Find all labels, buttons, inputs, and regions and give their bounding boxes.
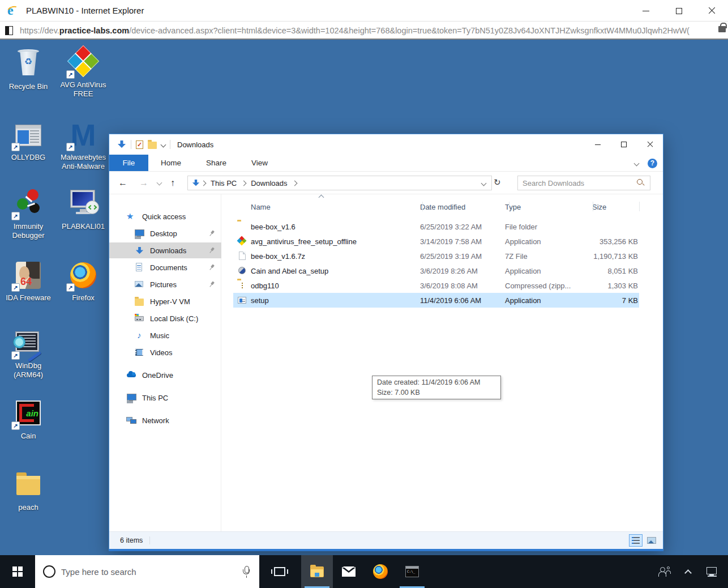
internet-explorer-icon: e — [7, 4, 20, 18]
shortcut-arrow-icon: ↗ — [66, 283, 75, 292]
ie-close-button[interactable] — [695, 0, 728, 22]
file-row-odbg110[interactable]: odbg110 3/6/2019 8:08 AM Compressed (zip… — [233, 278, 639, 293]
desktop-icon-windbg[interactable]: ↗ WinDbg (ARM64) — [5, 327, 52, 380]
taskbar-search-box[interactable] — [35, 555, 259, 588]
tab-home[interactable]: Home — [148, 155, 194, 171]
taskbar-command-prompt[interactable] — [396, 555, 428, 588]
network-icon — [126, 415, 136, 425]
people-icon[interactable] — [658, 566, 671, 577]
avg-application-icon — [237, 236, 247, 246]
close-icon — [646, 141, 653, 147]
properties-icon[interactable] — [136, 140, 143, 149]
windows-logo-icon — [12, 566, 23, 577]
column-header-size[interactable]: Size — [592, 203, 638, 211]
show-hidden-icons-chevron-icon[interactable] — [684, 569, 692, 577]
sidebar-item-documents[interactable]: Documents — [109, 259, 221, 275]
quick-access-toolbar — [117, 140, 170, 149]
downloads-folder-icon — [192, 179, 200, 187]
address-bar[interactable]: This PC Downloads — [187, 176, 492, 190]
taskbar-search-input[interactable] — [61, 567, 242, 577]
ollydbg-icon: ↗ — [12, 119, 44, 151]
sidebar-item-quick-access[interactable]: ★ Quick access — [109, 208, 221, 224]
desktop-icon-malwarebytes[interactable]: M↗ Malwarebytes Anti-Malware — [57, 119, 109, 172]
explorer-titlebar[interactable]: Downloads — [109, 134, 663, 155]
desktop-icon-recycle-bin[interactable]: ♻ Recycle Bin — [5, 48, 52, 91]
sidebar-item-network[interactable]: Network — [109, 412, 221, 428]
explorer-maximize-button[interactable] — [611, 134, 637, 155]
network-tray-icon[interactable] — [705, 566, 718, 577]
file-row-avg-setup[interactable]: avg_antivirus_free_setup_offline 3/14/20… — [233, 234, 639, 249]
sidebar-item-pictures[interactable]: Pictures — [109, 276, 221, 292]
desktop-icon-immunity-debugger[interactable]: ↗ Immunity Debugger — [5, 188, 52, 241]
cortana-icon[interactable] — [43, 565, 55, 578]
desktop-icon-firefox[interactable]: ↗ Firefox — [57, 259, 109, 302]
breadcrumb-chevron-icon[interactable] — [201, 180, 207, 186]
taskbar-mail[interactable] — [333, 555, 365, 588]
column-header-date-modified[interactable]: Date modified — [420, 203, 505, 211]
explorer-search-input[interactable] — [518, 179, 636, 188]
breadcrumb-chevron-icon[interactable] — [292, 180, 297, 186]
file-row-setup-selected[interactable]: setup 11/4/2019 6:06 AM Application 7 KB — [233, 293, 639, 308]
file-row-bee-box-folder[interactable]: bee-box_v1.6 6/25/2019 3:22 AM File fold… — [233, 219, 639, 234]
help-icon[interactable]: ? — [648, 159, 657, 168]
this-pc-monitor-icon — [126, 393, 136, 403]
taskbar-file-explorer[interactable] — [301, 555, 333, 588]
recent-locations-chevron-icon[interactable] — [157, 180, 162, 186]
sidebar-item-onedrive[interactable]: OneDrive — [109, 367, 221, 383]
start-button[interactable] — [0, 555, 35, 588]
details-view-button[interactable] — [629, 534, 643, 547]
tab-share[interactable]: Share — [194, 155, 239, 171]
desktop-icon-ollydbg[interactable]: ↗ OLLYDBG — [5, 119, 52, 162]
explorer-window: Downloads File Home Share View ? ← → ↑ — [109, 134, 663, 551]
sort-ascending-icon[interactable] — [319, 195, 324, 201]
desktop-icon-avg-antivirus[interactable]: ↗ AVG AntiVirus FREE — [57, 46, 109, 99]
back-button[interactable]: ← — [118, 178, 127, 188]
desktop-icon-ida-freeware[interactable]: 64 ↗ IDA Freeware — [5, 259, 52, 302]
forward-button[interactable]: → — [139, 178, 148, 188]
sidebar-item-hyperv-vm[interactable]: Hyper-V VM — [109, 293, 221, 309]
task-view-button[interactable] — [264, 555, 296, 588]
url-text[interactable]: https://dev.practice-labs.com/device-adv… — [20, 26, 690, 35]
new-folder-icon[interactable] — [148, 142, 157, 149]
firefox-icon — [373, 564, 388, 579]
breadcrumb-this-pc[interactable]: This PC — [211, 179, 237, 188]
explorer-close-button[interactable] — [637, 134, 663, 155]
column-header-name[interactable]: Name — [251, 203, 420, 211]
sidebar-item-videos[interactable]: Videos — [109, 344, 221, 360]
desktop-icon-peach[interactable]: peach — [5, 469, 52, 512]
taskbar-firefox[interactable] — [365, 555, 396, 588]
close-icon — [708, 7, 716, 15]
thumbnail-view-icon — [647, 537, 656, 544]
breadcrumb-downloads[interactable]: Downloads — [251, 179, 287, 188]
sidebar-item-downloads[interactable]: Downloads — [109, 242, 221, 258]
sidebar-item-music[interactable]: ♪ Music — [109, 327, 221, 343]
refresh-icon[interactable]: ↻ — [494, 177, 501, 188]
address-dropdown-chevron-icon[interactable] — [481, 180, 487, 186]
ie-maximize-button[interactable] — [662, 0, 695, 22]
file-row-cain-abel-setup[interactable]: Cain and Abel ca_setup 3/6/2019 8:26 AM … — [233, 263, 639, 278]
explorer-search-box[interactable] — [517, 176, 650, 190]
file-row-bee-box-7z[interactable]: bee-box_v1.6.7z 6/25/2019 3:19 AM 7Z Fil… — [233, 249, 639, 263]
tab-view[interactable]: View — [239, 155, 280, 171]
breadcrumb-chevron-icon[interactable] — [241, 180, 247, 186]
desktop-icon-cain[interactable]: ain ↗ Cain — [5, 398, 52, 441]
expand-ribbon-chevron-icon[interactable] — [634, 160, 640, 166]
tab-file[interactable]: File — [109, 155, 148, 171]
up-button[interactable]: ↑ — [170, 178, 175, 188]
sidebar-item-desktop[interactable]: Desktop — [109, 225, 221, 241]
explorer-minimize-button[interactable] — [585, 134, 611, 155]
folder-icon — [237, 221, 247, 232]
ie-minimize-button[interactable] — [629, 0, 662, 22]
large-icons-view-button[interactable] — [645, 534, 658, 547]
sidebar-item-this-pc[interactable]: This PC — [109, 390, 221, 406]
sidebar-item-local-disk-c[interactable]: Local Disk (C:) — [109, 310, 221, 326]
customize-qat-chevron-icon[interactable] — [161, 142, 166, 147]
file-explorer-icon — [310, 566, 324, 577]
ie-url-bar[interactable]: https://dev.practice-labs.com/device-adv… — [0, 22, 728, 40]
shortcut-arrow-icon: ↗ — [11, 143, 20, 151]
column-header-type[interactable]: Type — [505, 203, 592, 211]
search-icon[interactable] — [636, 178, 645, 188]
desktop-icon-plabkali01[interactable]: PLABKALI01 — [57, 188, 109, 231]
tooltip-date-created: Date created: 11/4/2019 6:06 AM — [377, 378, 496, 388]
microphone-icon[interactable] — [242, 566, 250, 577]
